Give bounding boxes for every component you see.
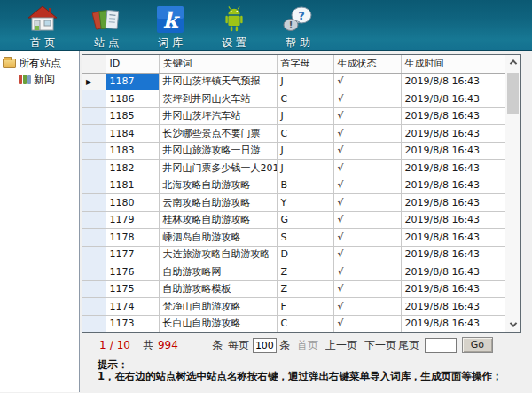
cell-time[interactable]: 2019/8/8 16:43: [401, 90, 505, 108]
toolbar-button-help[interactable]: ? ! 帮 助: [266, 0, 330, 51]
column-header-keyword[interactable]: 关键词: [159, 55, 277, 73]
cell-initial[interactable]: F: [277, 298, 333, 316]
cell-keyword[interactable]: 云南攻略自助游攻略: [159, 194, 277, 212]
cell-keyword[interactable]: 井冈山茨坪镇天气预报: [159, 73, 277, 90]
cell-id[interactable]: 1184: [106, 125, 159, 143]
cell-time[interactable]: 2019/8/8 16:43: [401, 125, 505, 143]
next-page-link[interactable]: 下一页: [364, 338, 396, 353]
cell-id[interactable]: 1185: [106, 107, 159, 125]
cell-initial[interactable]: J: [277, 73, 333, 90]
cell-status[interactable]: √: [333, 194, 401, 212]
table-row[interactable]: ▶ 1187 井冈山茨坪镇天气预报 J √ 2019/8/8 16:43: [82, 73, 505, 90]
cell-time[interactable]: 2019/8/8 16:43: [401, 229, 505, 247]
cell-initial[interactable]: Y: [277, 194, 333, 212]
cell-initial[interactable]: G: [277, 211, 333, 229]
row-header-cell[interactable]: [82, 263, 106, 281]
cell-time[interactable]: 2019/8/8 16:43: [401, 142, 505, 160]
cell-keyword[interactable]: 北海攻略自助游攻略: [159, 177, 277, 194]
cell-id[interactable]: 1179: [106, 211, 159, 229]
cell-keyword[interactable]: 自助游攻略模板: [159, 280, 277, 298]
cell-id[interactable]: 1186: [106, 90, 159, 108]
cell-status[interactable]: √: [333, 246, 401, 263]
cell-time[interactable]: 2019/8/8 16:43: [401, 263, 505, 281]
vertical-scrollbar[interactable]: [505, 55, 520, 332]
table-row[interactable]: 1176 自助游攻略网 Z √ 2019/8/8 16:43: [82, 263, 505, 281]
cell-id[interactable]: 1176: [106, 263, 159, 281]
cell-initial[interactable]: C: [277, 90, 333, 108]
table-row[interactable]: 1180 云南攻略自助游攻略 Y √ 2019/8/8 16:43: [82, 194, 505, 212]
column-header-id[interactable]: ID: [106, 55, 159, 73]
row-header-cell[interactable]: [82, 246, 106, 263]
cell-keyword[interactable]: 井冈山门票多少钱一人2019: [159, 160, 277, 177]
row-header-cell[interactable]: ▶: [82, 73, 106, 90]
table-row[interactable]: 1186 茨坪到井冈山火车站 C √ 2019/8/8 16:43: [82, 90, 505, 108]
cell-initial[interactable]: S: [277, 229, 333, 247]
cell-status[interactable]: √: [333, 280, 401, 298]
cell-keyword[interactable]: 长沙哪些景点不要门票: [159, 125, 277, 143]
table-row[interactable]: 1177 大连旅游攻略自助游攻略 D √ 2019/8/8 16:43: [82, 246, 505, 263]
row-header-cell[interactable]: [82, 107, 106, 125]
cell-initial[interactable]: Z: [277, 280, 333, 298]
cell-time[interactable]: 2019/8/8 16:43: [401, 315, 505, 332]
cell-id[interactable]: 1181: [106, 177, 159, 194]
cell-keyword[interactable]: 井冈山茨坪汽车站: [159, 107, 277, 125]
cell-initial[interactable]: C: [277, 315, 333, 332]
cell-time[interactable]: 2019/8/8 16:43: [401, 246, 505, 263]
column-header-time[interactable]: 生成时间: [401, 55, 505, 73]
column-header-initial[interactable]: 首字母: [277, 55, 333, 73]
scrollbar-thumb[interactable]: [507, 73, 519, 114]
table-row[interactable]: 1174 梵净山自助游攻略 F √ 2019/8/8 16:43: [82, 298, 505, 316]
cell-id[interactable]: 1180: [106, 194, 159, 212]
scroll-down-button[interactable]: [505, 318, 520, 332]
cell-initial[interactable]: J: [277, 142, 333, 160]
table-row[interactable]: 1182 井冈山门票多少钱一人2019 J √ 2019/8/8 16:43: [82, 160, 505, 177]
go-button[interactable]: Go: [462, 337, 493, 353]
table-row[interactable]: 1184 长沙哪些景点不要门票 C √ 2019/8/8 16:43: [82, 125, 505, 143]
cell-id[interactable]: 1178: [106, 229, 159, 247]
cell-keyword[interactable]: 桂林攻略自助游攻略: [159, 211, 277, 229]
table-row[interactable]: 1179 桂林攻略自助游攻略 G √ 2019/8/8 16:43: [82, 211, 505, 229]
first-page-link[interactable]: 首页: [297, 338, 318, 353]
goto-page-input[interactable]: [425, 338, 457, 353]
row-header-cell[interactable]: [82, 142, 106, 160]
cell-id[interactable]: 1174: [106, 298, 159, 316]
cell-status[interactable]: √: [333, 160, 401, 177]
tree-node-news[interactable]: 新闻: [0, 72, 79, 86]
cell-time[interactable]: 2019/8/8 16:43: [401, 211, 505, 229]
cell-time[interactable]: 2019/8/8 16:43: [401, 177, 505, 194]
cell-keyword[interactable]: 嵊泗岛自助游攻略: [159, 229, 277, 247]
row-header-cell[interactable]: [82, 177, 106, 194]
cell-id[interactable]: 1173: [106, 315, 159, 332]
cell-initial[interactable]: J: [277, 107, 333, 125]
cell-time[interactable]: 2019/8/8 16:43: [401, 107, 505, 125]
cell-status[interactable]: √: [333, 125, 401, 143]
cell-id[interactable]: 1175: [106, 280, 159, 298]
cell-status[interactable]: √: [333, 298, 401, 316]
scroll-up-button[interactable]: [505, 55, 520, 69]
cell-id[interactable]: 1182: [106, 160, 159, 177]
prev-page-link[interactable]: 上一页: [325, 338, 357, 353]
table-row[interactable]: 1175 自助游攻略模板 Z √ 2019/8/8 16:43: [82, 280, 505, 298]
cell-id[interactable]: 1183: [106, 142, 159, 160]
cell-time[interactable]: 2019/8/8 16:43: [401, 298, 505, 316]
cell-keyword[interactable]: 茨坪到井冈山火车站: [159, 90, 277, 108]
cell-status[interactable]: √: [333, 315, 401, 332]
tree-node-all-sites[interactable]: 所有站点: [0, 56, 79, 70]
cell-id[interactable]: 1187: [106, 73, 159, 90]
cell-time[interactable]: 2019/8/8 16:43: [401, 73, 505, 90]
cell-keyword[interactable]: 大连旅游攻略自助游攻略: [159, 246, 277, 263]
column-header-status[interactable]: 生成状态: [333, 55, 401, 73]
cell-status[interactable]: √: [333, 211, 401, 229]
last-page-link[interactable]: 尾页: [398, 338, 419, 353]
table-row[interactable]: 1181 北海攻略自助游攻略 B √ 2019/8/8 16:43: [82, 177, 505, 194]
row-header-cell[interactable]: [82, 280, 106, 298]
cell-status[interactable]: √: [333, 177, 401, 194]
row-header-cell[interactable]: [82, 211, 106, 229]
cell-time[interactable]: 2019/8/8 16:43: [401, 160, 505, 177]
toolbar-button-settings[interactable]: 设 置: [202, 0, 266, 51]
toolbar-button-home[interactable]: 首 页: [11, 0, 74, 51]
cell-keyword[interactable]: 长白山自助游攻略: [159, 315, 277, 332]
row-header-cell[interactable]: [82, 194, 106, 212]
cell-initial[interactable]: Z: [277, 263, 333, 281]
cell-status[interactable]: √: [333, 263, 401, 281]
